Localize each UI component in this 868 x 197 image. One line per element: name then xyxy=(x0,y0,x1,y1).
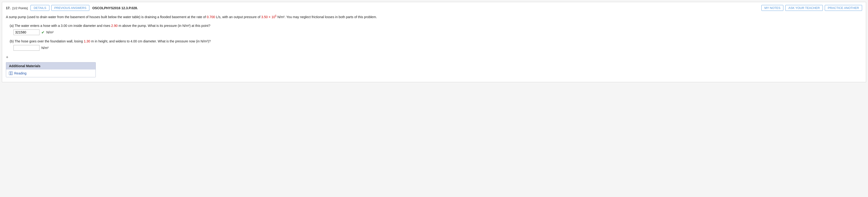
part-b-label: (b) The hose goes over the foundation wa… xyxy=(10,39,862,43)
problem-id: OSCOLPHYS2016 12.3.P.028. xyxy=(92,6,138,10)
reading-link[interactable]: Reading xyxy=(9,71,93,75)
book-icon xyxy=(9,72,13,75)
ask-teacher-button[interactable]: ASK YOUR TEACHER xyxy=(785,5,823,11)
my-notes-button[interactable]: MY NOTES xyxy=(762,5,784,11)
part-a-label: (a) The water enters a hose with a 3.00 … xyxy=(10,24,862,28)
problem-container: 17. [1/2 Points] DETAILS PREVIOUS ANSWER… xyxy=(2,2,866,82)
part-a-answer-input[interactable] xyxy=(13,30,39,35)
practice-another-button[interactable]: PRACTICE ANOTHER xyxy=(825,5,862,11)
expand-button[interactable]: + xyxy=(6,55,862,60)
part-a-unit: N/m² xyxy=(46,30,54,34)
part-b-answer-input[interactable] xyxy=(13,45,39,51)
part-b-block: (b) The hose goes over the foundation wa… xyxy=(10,39,862,51)
part-b-input-row: N/m² xyxy=(13,45,862,51)
part-b-unit: N/m² xyxy=(41,46,49,50)
details-button[interactable]: DETAILS xyxy=(30,5,49,11)
header-row: 17. [1/2 Points] DETAILS PREVIOUS ANSWER… xyxy=(6,5,862,11)
problem-text: A sump pump (used to drain water from th… xyxy=(6,14,862,19)
part-a-input-row: ✔ N/m² xyxy=(13,30,862,35)
additional-materials-body: Reading xyxy=(6,70,95,77)
right-buttons: MY NOTES ASK YOUR TEACHER PRACTICE ANOTH… xyxy=(762,5,862,11)
pressure-value: 3.50 × 105 xyxy=(261,15,276,19)
part-a-highlight: 2.90 xyxy=(111,24,118,28)
additional-materials-section: Additional Materials Reading xyxy=(6,62,96,77)
part-a-block: (a) The water enters a hose with a 3.00 … xyxy=(10,24,862,35)
question-number: 17. [1/2 Points] xyxy=(6,6,28,10)
additional-materials-header: Additional Materials xyxy=(6,63,95,70)
correct-checkmark: ✔ xyxy=(41,30,44,35)
part-b-highlight: 1.30 xyxy=(84,39,90,43)
previous-answers-button[interactable]: PREVIOUS ANSWERS xyxy=(51,5,90,11)
rate-value: 0.700 xyxy=(207,15,215,19)
